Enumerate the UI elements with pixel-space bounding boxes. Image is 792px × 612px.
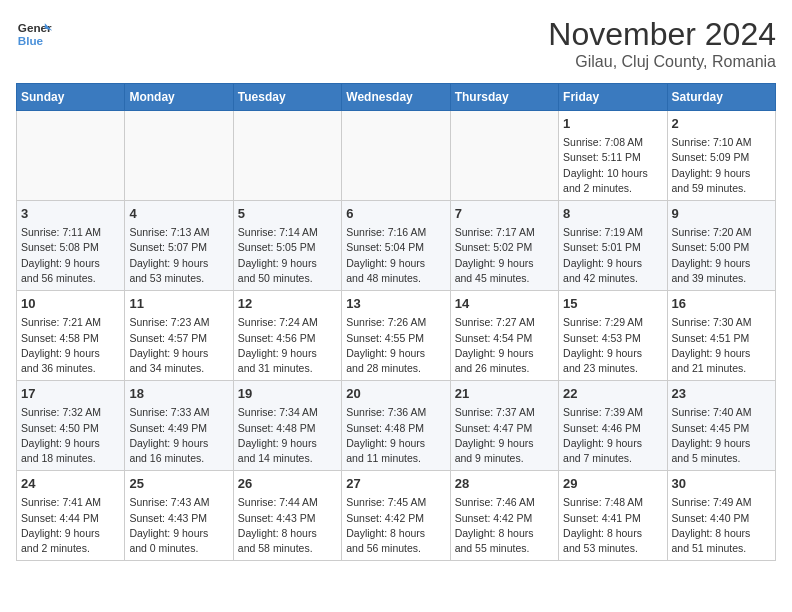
day-of-week-header: Thursday [450, 84, 558, 111]
day-info: Sunrise: 7:17 AMSunset: 5:02 PMDaylight:… [455, 225, 554, 286]
calendar-cell: 3Sunrise: 7:11 AMSunset: 5:08 PMDaylight… [17, 201, 125, 291]
day-info: Sunrise: 7:32 AMSunset: 4:50 PMDaylight:… [21, 405, 120, 466]
day-info: Sunrise: 7:11 AMSunset: 5:08 PMDaylight:… [21, 225, 120, 286]
day-number: 1 [563, 115, 662, 133]
day-number: 2 [672, 115, 771, 133]
day-number: 19 [238, 385, 337, 403]
day-number: 25 [129, 475, 228, 493]
calendar-cell: 13Sunrise: 7:26 AMSunset: 4:55 PMDayligh… [342, 291, 450, 381]
page-title: November 2024 [548, 16, 776, 53]
day-number: 26 [238, 475, 337, 493]
day-info: Sunrise: 7:29 AMSunset: 4:53 PMDaylight:… [563, 315, 662, 376]
calendar-cell: 27Sunrise: 7:45 AMSunset: 4:42 PMDayligh… [342, 471, 450, 561]
day-info: Sunrise: 7:46 AMSunset: 4:42 PMDaylight:… [455, 495, 554, 556]
svg-text:Blue: Blue [18, 34, 44, 47]
day-info: Sunrise: 7:36 AMSunset: 4:48 PMDaylight:… [346, 405, 445, 466]
day-number: 6 [346, 205, 445, 223]
day-of-week-header: Wednesday [342, 84, 450, 111]
day-info: Sunrise: 7:39 AMSunset: 4:46 PMDaylight:… [563, 405, 662, 466]
calendar-cell: 20Sunrise: 7:36 AMSunset: 4:48 PMDayligh… [342, 381, 450, 471]
calendar-cell: 5Sunrise: 7:14 AMSunset: 5:05 PMDaylight… [233, 201, 341, 291]
day-number: 16 [672, 295, 771, 313]
day-number: 20 [346, 385, 445, 403]
day-number: 18 [129, 385, 228, 403]
day-number: 10 [21, 295, 120, 313]
title-block: November 2024 Gilau, Cluj County, Romani… [548, 16, 776, 71]
day-of-week-header: Sunday [17, 84, 125, 111]
day-number: 12 [238, 295, 337, 313]
day-number: 3 [21, 205, 120, 223]
day-of-week-header: Saturday [667, 84, 775, 111]
calendar-cell: 10Sunrise: 7:21 AMSunset: 4:58 PMDayligh… [17, 291, 125, 381]
calendar-header-row: SundayMondayTuesdayWednesdayThursdayFrid… [17, 84, 776, 111]
day-info: Sunrise: 7:44 AMSunset: 4:43 PMDaylight:… [238, 495, 337, 556]
day-of-week-header: Tuesday [233, 84, 341, 111]
day-number: 27 [346, 475, 445, 493]
day-info: Sunrise: 7:33 AMSunset: 4:49 PMDaylight:… [129, 405, 228, 466]
day-info: Sunrise: 7:45 AMSunset: 4:42 PMDaylight:… [346, 495, 445, 556]
calendar-cell: 4Sunrise: 7:13 AMSunset: 5:07 PMDaylight… [125, 201, 233, 291]
day-number: 5 [238, 205, 337, 223]
day-info: Sunrise: 7:23 AMSunset: 4:57 PMDaylight:… [129, 315, 228, 376]
day-info: Sunrise: 7:37 AMSunset: 4:47 PMDaylight:… [455, 405, 554, 466]
day-number: 17 [21, 385, 120, 403]
calendar-week-row: 24Sunrise: 7:41 AMSunset: 4:44 PMDayligh… [17, 471, 776, 561]
day-number: 29 [563, 475, 662, 493]
calendar-cell: 26Sunrise: 7:44 AMSunset: 4:43 PMDayligh… [233, 471, 341, 561]
calendar-cell: 17Sunrise: 7:32 AMSunset: 4:50 PMDayligh… [17, 381, 125, 471]
calendar-cell: 12Sunrise: 7:24 AMSunset: 4:56 PMDayligh… [233, 291, 341, 381]
day-info: Sunrise: 7:43 AMSunset: 4:43 PMDaylight:… [129, 495, 228, 556]
calendar-cell [17, 111, 125, 201]
calendar-table: SundayMondayTuesdayWednesdayThursdayFrid… [16, 83, 776, 561]
page-subtitle: Gilau, Cluj County, Romania [548, 53, 776, 71]
calendar-cell: 28Sunrise: 7:46 AMSunset: 4:42 PMDayligh… [450, 471, 558, 561]
calendar-cell: 21Sunrise: 7:37 AMSunset: 4:47 PMDayligh… [450, 381, 558, 471]
calendar-cell: 1Sunrise: 7:08 AMSunset: 5:11 PMDaylight… [559, 111, 667, 201]
day-info: Sunrise: 7:30 AMSunset: 4:51 PMDaylight:… [672, 315, 771, 376]
day-of-week-header: Monday [125, 84, 233, 111]
day-number: 4 [129, 205, 228, 223]
calendar-cell [342, 111, 450, 201]
day-number: 23 [672, 385, 771, 403]
calendar-cell: 16Sunrise: 7:30 AMSunset: 4:51 PMDayligh… [667, 291, 775, 381]
calendar-cell: 25Sunrise: 7:43 AMSunset: 4:43 PMDayligh… [125, 471, 233, 561]
day-number: 14 [455, 295, 554, 313]
day-info: Sunrise: 7:08 AMSunset: 5:11 PMDaylight:… [563, 135, 662, 196]
day-info: Sunrise: 7:40 AMSunset: 4:45 PMDaylight:… [672, 405, 771, 466]
calendar-cell: 9Sunrise: 7:20 AMSunset: 5:00 PMDaylight… [667, 201, 775, 291]
calendar-cell: 30Sunrise: 7:49 AMSunset: 4:40 PMDayligh… [667, 471, 775, 561]
calendar-week-row: 1Sunrise: 7:08 AMSunset: 5:11 PMDaylight… [17, 111, 776, 201]
calendar-cell [233, 111, 341, 201]
day-number: 11 [129, 295, 228, 313]
calendar-cell: 22Sunrise: 7:39 AMSunset: 4:46 PMDayligh… [559, 381, 667, 471]
calendar-cell: 23Sunrise: 7:40 AMSunset: 4:45 PMDayligh… [667, 381, 775, 471]
day-number: 22 [563, 385, 662, 403]
day-info: Sunrise: 7:41 AMSunset: 4:44 PMDaylight:… [21, 495, 120, 556]
calendar-week-row: 3Sunrise: 7:11 AMSunset: 5:08 PMDaylight… [17, 201, 776, 291]
calendar-cell: 29Sunrise: 7:48 AMSunset: 4:41 PMDayligh… [559, 471, 667, 561]
logo: General Blue [16, 16, 52, 52]
day-info: Sunrise: 7:20 AMSunset: 5:00 PMDaylight:… [672, 225, 771, 286]
day-number: 28 [455, 475, 554, 493]
day-info: Sunrise: 7:19 AMSunset: 5:01 PMDaylight:… [563, 225, 662, 286]
day-number: 24 [21, 475, 120, 493]
calendar-cell: 18Sunrise: 7:33 AMSunset: 4:49 PMDayligh… [125, 381, 233, 471]
day-of-week-header: Friday [559, 84, 667, 111]
day-info: Sunrise: 7:48 AMSunset: 4:41 PMDaylight:… [563, 495, 662, 556]
day-number: 7 [455, 205, 554, 223]
day-info: Sunrise: 7:21 AMSunset: 4:58 PMDaylight:… [21, 315, 120, 376]
day-number: 30 [672, 475, 771, 493]
day-info: Sunrise: 7:16 AMSunset: 5:04 PMDaylight:… [346, 225, 445, 286]
calendar-week-row: 10Sunrise: 7:21 AMSunset: 4:58 PMDayligh… [17, 291, 776, 381]
calendar-cell: 6Sunrise: 7:16 AMSunset: 5:04 PMDaylight… [342, 201, 450, 291]
calendar-cell: 7Sunrise: 7:17 AMSunset: 5:02 PMDaylight… [450, 201, 558, 291]
day-info: Sunrise: 7:13 AMSunset: 5:07 PMDaylight:… [129, 225, 228, 286]
day-info: Sunrise: 7:26 AMSunset: 4:55 PMDaylight:… [346, 315, 445, 376]
day-number: 13 [346, 295, 445, 313]
calendar-cell: 11Sunrise: 7:23 AMSunset: 4:57 PMDayligh… [125, 291, 233, 381]
day-number: 15 [563, 295, 662, 313]
day-info: Sunrise: 7:10 AMSunset: 5:09 PMDaylight:… [672, 135, 771, 196]
day-number: 8 [563, 205, 662, 223]
calendar-cell: 19Sunrise: 7:34 AMSunset: 4:48 PMDayligh… [233, 381, 341, 471]
day-info: Sunrise: 7:14 AMSunset: 5:05 PMDaylight:… [238, 225, 337, 286]
